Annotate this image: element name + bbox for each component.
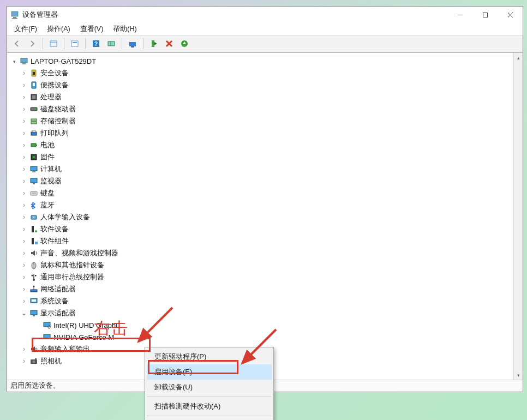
svg-point-59 <box>33 286 34 287</box>
category-label: 声音、视频和游戏控制器 <box>40 248 118 258</box>
category-cpu[interactable]: 处理器 <box>9 91 523 103</box>
toolbar-forward-button[interactable] <box>26 37 39 50</box>
category-label: 安全设备 <box>40 68 69 78</box>
vertical-scrollbar[interactable]: ▴ ▾ <box>513 53 523 380</box>
ctx-update-driver[interactable]: 更新驱动程序(P) <box>147 349 272 364</box>
svg-point-46 <box>33 217 34 218</box>
device-nvidia-geforce[interactable]: NVIDIA GeForce M <box>9 331 523 343</box>
category-mouse[interactable]: 鼠标和其他指针设备 <box>9 259 523 271</box>
category-portable[interactable]: 便携设备 <box>9 79 523 91</box>
svg-rect-66 <box>44 334 50 339</box>
toolbar-enable-button[interactable] <box>147 37 160 50</box>
toolbar-back-button[interactable] <box>10 37 23 50</box>
svg-rect-10 <box>73 42 77 43</box>
category-firmware[interactable]: 固件 <box>9 151 523 163</box>
bluetooth-icon <box>29 201 38 210</box>
svg-rect-24 <box>33 72 35 75</box>
category-keyboard[interactable]: 键盘 <box>9 187 523 199</box>
category-usb[interactable]: 通用串行总线控制器 <box>9 271 523 283</box>
svg-rect-50 <box>35 242 38 244</box>
svg-rect-0 <box>11 11 18 16</box>
monitor-icon <box>29 177 38 186</box>
svg-rect-70 <box>35 358 37 359</box>
category-display-adapters[interactable]: 显示适配器 <box>9 307 523 319</box>
category-label: 打印队列 <box>40 128 69 138</box>
toolbar-scan-button[interactable] <box>105 37 118 50</box>
ctx-scan-hardware[interactable]: 扫描检测硬件改动(A) <box>147 399 272 414</box>
category-system[interactable]: 系统设备 <box>9 295 523 307</box>
toolbar-uninstall-button[interactable] <box>163 37 176 50</box>
device-manager-window: 设备管理器 文件(F) 操作(A) 查看(V) 帮助(H) ? <box>7 6 523 392</box>
menu-help[interactable]: 帮助(H) <box>108 23 141 35</box>
category-label: 便携设备 <box>40 80 69 90</box>
toolbar-separator <box>64 38 64 49</box>
category-label: 处理器 <box>40 92 62 102</box>
svg-rect-33 <box>31 132 37 135</box>
svg-rect-15 <box>129 42 136 46</box>
device-intel-uhd[interactable]: Intel(R) UHD Graphi <box>9 319 523 331</box>
svg-point-55 <box>31 275 33 277</box>
svg-text:?: ? <box>94 41 98 47</box>
category-computer[interactable]: 计算机 <box>9 163 523 175</box>
svg-rect-29 <box>31 107 37 111</box>
device-tree[interactable]: LAPTOP-GAT529DT 安全设备便携设备处理器磁盘驱动器存储控制器打印队… <box>7 53 523 380</box>
computer-icon <box>19 57 28 66</box>
category-monitor[interactable]: 监视器 <box>9 175 523 187</box>
category-hid[interactable]: 人体学输入设备 <box>9 211 523 223</box>
category-storage[interactable]: 存储控制器 <box>9 115 523 127</box>
display-adapter-icon <box>42 333 51 342</box>
category-label: 鼠标和其他指针设备 <box>40 260 104 270</box>
category-label: 照相机 <box>40 356 62 366</box>
svg-rect-1 <box>13 17 16 18</box>
category-label: 计算机 <box>40 164 62 174</box>
category-network[interactable]: 网络适配器 <box>9 283 523 295</box>
category-softdev[interactable]: 软件设备 <box>9 223 523 235</box>
toolbar-showhide-button[interactable] <box>47 37 60 50</box>
system-icon <box>29 297 38 306</box>
category-sound[interactable]: 声音、视频和游戏控制器 <box>9 247 523 259</box>
svg-rect-42 <box>33 183 35 184</box>
svg-rect-56 <box>35 275 37 277</box>
battery-icon <box>29 141 38 150</box>
tree-root[interactable]: LAPTOP-GAT529DT <box>9 55 523 67</box>
ctx-properties[interactable]: 属性(R) <box>147 418 272 420</box>
ctx-uninstall-device[interactable]: 卸载设备(U) <box>147 380 272 395</box>
svg-point-65 <box>48 326 50 328</box>
svg-rect-7 <box>50 41 57 46</box>
category-security[interactable]: 安全设备 <box>9 67 523 79</box>
category-label: 软件组件 <box>40 236 69 246</box>
category-disk[interactable]: 磁盘驱动器 <box>9 103 523 115</box>
menu-action[interactable]: 操作(A) <box>42 23 75 35</box>
category-softcomp[interactable]: 软件组件 <box>9 235 523 247</box>
category-battery[interactable]: 电池 <box>9 139 523 151</box>
toolbar-addlegacy-button[interactable] <box>178 37 191 50</box>
context-menu: 更新驱动程序(P) 启用设备(E) 卸载设备(U) 扫描检测硬件改动(A) 属性… <box>145 347 274 420</box>
mouse-icon <box>29 261 38 270</box>
svg-rect-17 <box>152 40 154 47</box>
category-label: 磁盘驱动器 <box>40 104 76 114</box>
svg-point-48 <box>35 230 37 232</box>
svg-rect-61 <box>32 299 36 302</box>
minimize-button[interactable] <box>447 7 472 23</box>
category-bluetooth[interactable]: 蓝牙 <box>9 199 523 211</box>
toolbar-separator <box>122 38 122 49</box>
svg-point-67 <box>35 348 37 350</box>
tree-root-label: LAPTOP-GAT529DT <box>31 57 96 65</box>
toolbar-separator <box>85 38 86 49</box>
app-icon <box>10 10 19 19</box>
scroll-down-button[interactable]: ▾ <box>514 370 523 380</box>
category-label: 系统设备 <box>40 296 69 306</box>
category-printer[interactable]: 打印队列 <box>9 127 523 139</box>
display-icon <box>29 309 38 318</box>
close-button[interactable] <box>498 7 523 23</box>
toolbar-properties-button[interactable] <box>68 37 81 50</box>
disk-icon <box>29 105 38 114</box>
printer-icon <box>29 129 38 138</box>
maximize-button[interactable] <box>472 7 498 23</box>
menu-file[interactable]: 文件(F) <box>9 23 42 35</box>
scroll-up-button[interactable]: ▴ <box>514 53 523 62</box>
ctx-enable-device[interactable]: 启用设备(E) <box>147 364 272 380</box>
menu-view[interactable]: 查看(V) <box>75 23 109 35</box>
toolbar-updatedriver-button[interactable] <box>126 37 139 50</box>
toolbar-help-button[interactable]: ? <box>89 37 103 50</box>
